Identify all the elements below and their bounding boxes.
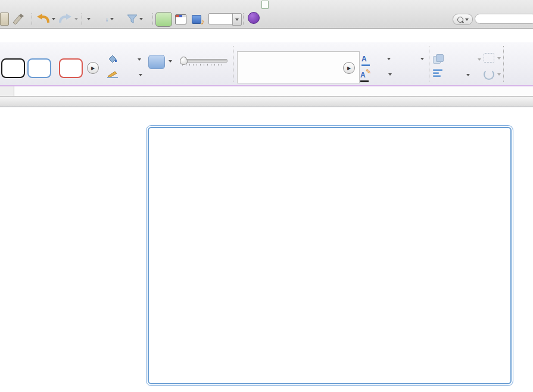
text-line-dropdown-caret[interactable] [388, 73, 392, 76]
text-line-icon[interactable]: A✎ [360, 69, 369, 82]
group-separator [429, 46, 430, 82]
chart-style-swatch-blue[interactable] [27, 58, 51, 78]
column-header-row [0, 97, 533, 107]
autosum-dropdown-caret[interactable] [87, 18, 91, 20]
formula-builder-button[interactable] [155, 12, 172, 27]
text-fill-icon[interactable]: A [361, 53, 370, 66]
group-separator [503, 46, 504, 82]
toolbar-separator [32, 13, 33, 25]
line-pencil-icon[interactable] [107, 70, 119, 80]
format-painter-icon[interactable] [12, 13, 25, 26]
undo-button[interactable] [36, 13, 55, 26]
text-style-gallery [237, 51, 360, 83]
line-dropdown-caret[interactable] [139, 74, 142, 76]
zoom-dropdown-button[interactable] [232, 13, 242, 26]
text-effects-dropdown-caret[interactable] [420, 58, 424, 60]
effects-icon[interactable] [148, 55, 165, 69]
gantt-chart-object[interactable] [146, 125, 513, 386]
toolbar-separator [152, 13, 154, 25]
group-objects-icon[interactable] [484, 53, 494, 63]
filter-dropdown-caret[interactable] [139, 18, 143, 20]
more-styles-button[interactable]: ▶ [87, 62, 99, 74]
sort-button[interactable]: ↓ [105, 13, 114, 26]
excel-window: ↓ ♪ ▶ [0, 0, 533, 392]
zoom-level-field[interactable] [208, 13, 233, 24]
redo-dropdown-caret[interactable] [74, 18, 78, 20]
chart-frame [148, 127, 512, 384]
paste-icon[interactable] [0, 13, 9, 26]
transparency-slider-ticks [182, 64, 225, 66]
document-icon [261, 1, 269, 9]
media-browser-icon[interactable]: ♪ [192, 13, 204, 26]
ribbon: ▶ ▶ A A✎ [0, 42, 533, 86]
search-input[interactable] [475, 14, 533, 24]
reorder-icon [433, 54, 445, 64]
group-separator [233, 46, 234, 82]
redo-button[interactable] [58, 13, 78, 26]
align-dropdown-caret[interactable] [466, 74, 470, 76]
undo-dropdown-caret[interactable] [52, 18, 55, 20]
align-icon [433, 69, 442, 78]
rotate-icon[interactable] [484, 69, 494, 80]
reorder-dropdown-caret[interactable] [478, 58, 481, 61]
help-button[interactable] [248, 12, 260, 24]
text-fill-dropdown-caret[interactable] [387, 58, 391, 60]
rotate-dropdown-caret[interactable] [497, 73, 501, 76]
chart-style-swatch-black[interactable] [1, 58, 25, 78]
autosum-button[interactable] [85, 13, 91, 26]
formula-bar[interactable] [0, 86, 533, 97]
filter-button[interactable] [127, 13, 143, 26]
sort-arrow-icon: ↓ [105, 16, 108, 23]
sort-dropdown-caret[interactable] [110, 18, 114, 20]
fill-bucket-icon[interactable] [107, 54, 119, 66]
fill-dropdown-caret[interactable] [138, 58, 141, 61]
effects-dropdown-caret[interactable] [169, 60, 172, 63]
document-title [0, 1, 533, 10]
search-scope-button[interactable] [453, 14, 473, 25]
more-text-styles-button[interactable]: ▶ [343, 62, 355, 74]
toolbox-icon[interactable] [175, 13, 186, 26]
toolbar-separator [243, 13, 244, 25]
title-bar: ↓ ♪ [0, 0, 533, 29]
chart-style-swatch-red[interactable] [59, 58, 83, 78]
group-objects-dropdown-caret[interactable] [497, 57, 501, 60]
toolbar-separator [82, 13, 83, 25]
search-icon [457, 17, 463, 23]
fx-icon [0, 86, 14, 96]
